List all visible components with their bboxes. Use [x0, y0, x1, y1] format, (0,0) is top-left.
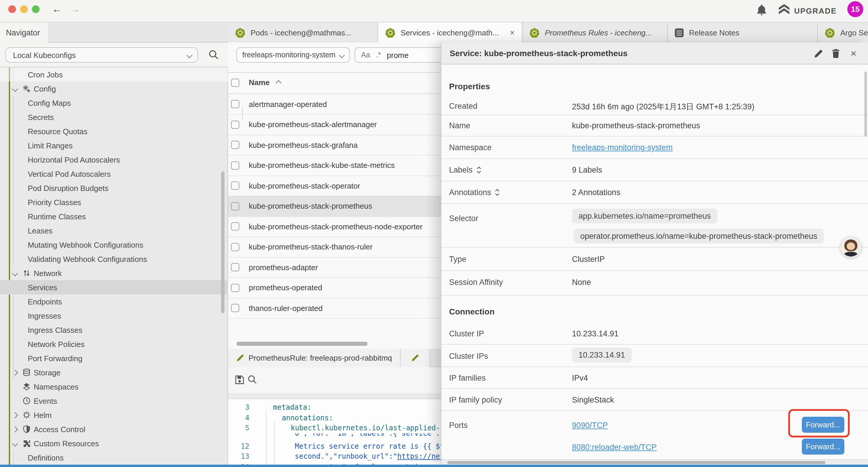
table-row[interactable]: prometheus-adapter — [228, 258, 441, 278]
namespace-link[interactable]: freeleaps-monitoring-system — [572, 143, 673, 152]
upgrade-chevrons-icon[interactable] — [778, 4, 790, 15]
regex-toggle[interactable]: .* — [376, 51, 381, 59]
sidebar-item-config[interactable]: Config — [0, 82, 228, 96]
sidebar-item-runtime-classes[interactable]: Runtime Classes — [0, 209, 228, 224]
sidebar-item-ingress-classes[interactable]: Ingress Classes — [0, 323, 228, 337]
sidebar-item-cron-jobs[interactable]: Cron Jobs — [0, 67, 228, 82]
forward-arrow-icon[interactable]: → — [70, 4, 80, 16]
expand-sort-icon[interactable] — [495, 188, 500, 196]
minimize-window-button[interactable] — [20, 5, 28, 13]
drawer-horizontal-scrollbar[interactable] — [441, 459, 868, 465]
sidebar-item-config-maps[interactable]: Config Maps — [0, 96, 228, 110]
chevron-right-icon[interactable] — [12, 426, 18, 432]
table-row[interactable]: kube-prometheus-stack-alertmanager — [228, 115, 441, 135]
sidebar-item-network-policies[interactable]: Network Policies — [0, 337, 228, 351]
match-case-toggle[interactable]: Aa — [361, 51, 370, 59]
sidebar-item-port-forwarding[interactable]: Port Forwarding — [0, 351, 228, 365]
sidebar-item-network[interactable]: Network — [0, 266, 228, 280]
sidebar-item-horizontal-pod-autoscalers[interactable]: Horizontal Pod Autoscalers — [0, 152, 228, 167]
sidebar-item-priority-classes[interactable]: Priority Classes — [0, 195, 228, 209]
sidebar-scrollbar[interactable] — [221, 171, 224, 313]
navigator-panel-tab[interactable]: Navigator — [0, 23, 48, 42]
sidebar-item-custom-resources[interactable]: Custom Resources — [0, 436, 228, 450]
drawer-horizontal-scrollbar-thumb[interactable] — [447, 461, 826, 464]
row-checkbox[interactable] — [231, 223, 239, 231]
port-8080-link[interactable]: 8080:reloader-web/TCP — [572, 443, 657, 451]
row-checkbox[interactable] — [231, 284, 239, 292]
editor-tab-prometheusrule[interactable]: PrometheusRule: freeleaps-prod-rabbitmq — [228, 349, 401, 367]
sidebar-item-helm[interactable]: Helm — [0, 408, 228, 422]
search-icon[interactable] — [209, 50, 219, 60]
row-checkbox[interactable] — [231, 182, 239, 190]
tab-services[interactable]: Services - icecheng@math... × — [378, 23, 522, 42]
sidebar-item-mutating-webhook-configurations[interactable]: Mutating Webhook Configurations — [0, 238, 228, 252]
sidebar-item-endpoints[interactable]: Endpoints — [0, 294, 228, 309]
yaml-editor[interactable]: 3metadata: 4annotations: 5kubectl.kubern… — [228, 400, 441, 467]
row-checkbox[interactable] — [231, 121, 239, 129]
sidebar-item-limit-ranges[interactable]: Limit Ranges — [0, 138, 228, 152]
forward-port-8080-button[interactable]: Forward... — [802, 439, 844, 455]
table-row[interactable]: kube-prometheus-stack-prometheus-node-ex… — [228, 217, 441, 237]
expand-sort-icon[interactable] — [476, 166, 482, 174]
upgrade-label[interactable]: UPGRADE — [794, 6, 837, 16]
table-row-selected[interactable]: kube-prometheus-stack-prometheus — [228, 196, 441, 217]
delete-trash-icon[interactable] — [830, 48, 841, 59]
row-checkbox[interactable] — [231, 263, 239, 272]
chevron-down-icon[interactable] — [12, 440, 18, 446]
edit-pencil-icon[interactable] — [812, 48, 824, 59]
select-all-checkbox[interactable] — [231, 79, 239, 87]
tab-pods[interactable]: Pods - icecheng@mathmas... — [228, 23, 378, 42]
drawer-scrollbar[interactable] — [864, 71, 867, 137]
sidebar-item-vertical-pod-autoscalers[interactable]: Vertical Pod Autoscalers — [0, 167, 228, 181]
sidebar-item-access-control[interactable]: Access Control — [0, 422, 228, 436]
sidebar-item-pod-disruption-budgets[interactable]: Pod Disruption Budgets — [0, 181, 228, 195]
sidebar-item-events[interactable]: Events — [0, 394, 228, 408]
editor-search-icon[interactable] — [248, 375, 257, 384]
sidebar-item-ingresses[interactable]: Ingresses — [0, 309, 228, 323]
sort-ascending-icon[interactable] — [276, 80, 282, 86]
chevron-down-icon[interactable] — [12, 86, 18, 92]
table-row[interactable]: kube-prometheus-stack-kube-state-metrics — [228, 155, 441, 176]
sidebar-item-definitions[interactable]: Definitions — [0, 450, 228, 465]
row-checkbox[interactable] — [231, 202, 239, 210]
row-checkbox[interactable] — [231, 243, 239, 251]
sidebar-item-services[interactable]: Services — [0, 280, 228, 294]
back-arrow-icon[interactable]: ← — [52, 4, 62, 16]
bell-icon[interactable] — [756, 4, 767, 16]
maximize-window-button[interactable] — [32, 5, 39, 13]
search-input[interactable]: Aa .* prome — [354, 47, 455, 63]
close-window-button[interactable] — [8, 5, 16, 13]
tab-argo[interactable]: Argo Se — [818, 23, 868, 42]
sidebar-item-leases[interactable]: Leases — [0, 224, 228, 238]
row-checkbox[interactable] — [231, 162, 239, 170]
table-row[interactable]: kube-prometheus-stack-grafana — [228, 135, 441, 155]
sidebar-item-resource-quotas[interactable]: Resource Quotas — [0, 124, 228, 138]
port-9090-link[interactable]: 9090/TCP — [572, 421, 608, 430]
chevron-down-icon[interactable] — [12, 270, 18, 276]
runbook-url-link[interactable]: https://net — [397, 453, 444, 461]
row-checkbox[interactable] — [231, 304, 239, 313]
close-tab-icon[interactable]: × — [506, 28, 515, 37]
row-checkbox[interactable] — [231, 141, 239, 149]
row-checkbox[interactable] — [231, 100, 239, 109]
sidebar-item-secrets[interactable]: Secrets — [0, 110, 228, 124]
avatar[interactable] — [840, 236, 862, 258]
tab-release-notes[interactable]: Release Notes — [668, 23, 818, 42]
horizontal-scrollbar[interactable] — [236, 342, 368, 346]
table-row[interactable]: kube-prometheus-stack-operator — [228, 176, 441, 196]
chevron-right-icon[interactable] — [12, 412, 18, 418]
tab-prometheus-rules[interactable]: Prometheus Rules - icecheng... — [522, 23, 668, 42]
name-column-header[interactable]: Name — [249, 78, 270, 87]
table-row[interactable]: alertmanager-operated — [228, 94, 441, 115]
namespace-filter-select[interactable]: freeleaps-monitoring-system — [236, 47, 350, 63]
sidebar-item-validating-webhook-configurations[interactable]: Validating Webhook Configurations — [0, 252, 228, 266]
sidebar-item-namespaces[interactable]: Namespaces — [0, 380, 228, 394]
chevron-right-icon[interactable] — [12, 370, 18, 375]
save-icon[interactable] — [235, 375, 245, 385]
editor-tab-partial[interactable] — [401, 349, 430, 367]
table-row[interactable]: kube-prometheus-stack-thanos-ruler — [228, 237, 441, 258]
table-row[interactable]: prometheus-operated — [228, 278, 441, 298]
kubeconfig-select[interactable]: Local Kubeconfigs — [5, 47, 198, 63]
close-icon[interactable]: × — [848, 48, 859, 59]
notification-badge[interactable]: 15 — [847, 1, 863, 17]
